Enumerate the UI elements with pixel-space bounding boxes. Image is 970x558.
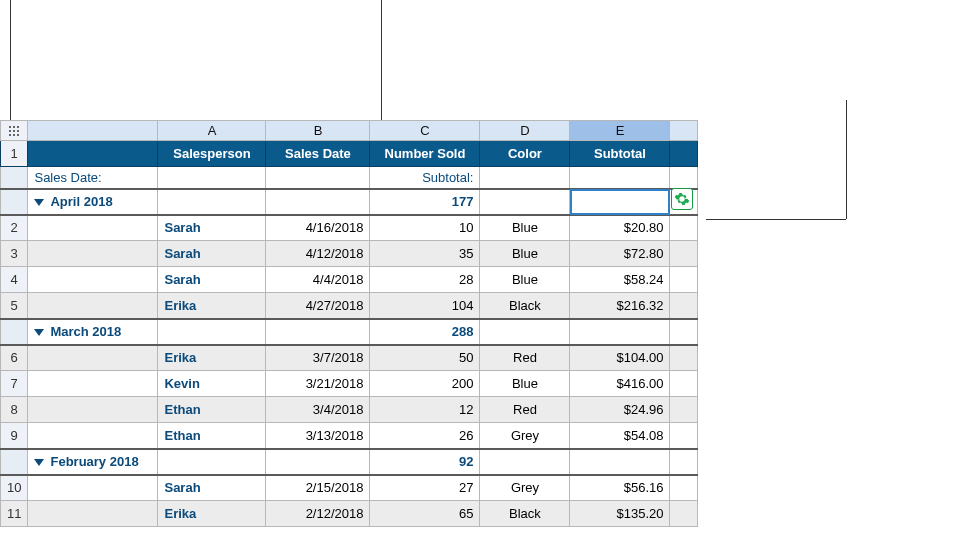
group-cell[interactable]: [266, 319, 370, 345]
cell-subtotal[interactable]: $24.96: [570, 397, 670, 423]
cell-date[interactable]: 4/12/2018: [266, 241, 370, 267]
cell-color[interactable]: Blue: [480, 371, 570, 397]
group-toggle-march-2018[interactable]: March 2018: [28, 319, 158, 345]
summary-action-button[interactable]: [671, 188, 693, 210]
summary-cell[interactable]: [158, 167, 266, 189]
group-cell[interactable]: [480, 189, 570, 215]
cell-color[interactable]: Black: [480, 501, 570, 527]
header-salesdate[interactable]: Sales Date: [266, 141, 370, 167]
row-number[interactable]: 1: [1, 141, 28, 167]
cell-number-sold[interactable]: 12: [370, 397, 480, 423]
select-all-corner[interactable]: [1, 121, 28, 141]
cell-blank[interactable]: [28, 397, 158, 423]
column-header-b[interactable]: B: [266, 121, 370, 141]
cell-subtotal[interactable]: $104.00: [570, 345, 670, 371]
row-number[interactable]: 2: [1, 215, 28, 241]
column-header-a[interactable]: A: [158, 121, 266, 141]
cell-subtotal[interactable]: $416.00: [570, 371, 670, 397]
column-header-blank[interactable]: [28, 121, 158, 141]
row-number-blank[interactable]: [1, 449, 28, 475]
row-number[interactable]: 4: [1, 267, 28, 293]
cell-salesperson[interactable]: Ethan: [158, 423, 266, 449]
cell-number-sold[interactable]: 28: [370, 267, 480, 293]
cell-blank[interactable]: [28, 267, 158, 293]
row-number[interactable]: 6: [1, 345, 28, 371]
row-number-blank[interactable]: [1, 319, 28, 345]
group-toggle-april-2018[interactable]: April 2018: [28, 189, 158, 215]
row-number[interactable]: 10: [1, 475, 28, 501]
group-subtotal-cell-selected[interactable]: [570, 189, 670, 215]
cell-color[interactable]: Red: [480, 397, 570, 423]
group-toggle-february-2018[interactable]: February 2018: [28, 449, 158, 475]
cell-color[interactable]: Grey: [480, 475, 570, 501]
summary-subtotal-label[interactable]: Subtotal:: [370, 167, 480, 189]
cell-color[interactable]: Blue: [480, 267, 570, 293]
cell-subtotal[interactable]: $20.80: [570, 215, 670, 241]
cell-number-sold[interactable]: 65: [370, 501, 480, 527]
cell-subtotal[interactable]: $216.32: [570, 293, 670, 319]
group-cell[interactable]: [158, 319, 266, 345]
group-cell[interactable]: [158, 189, 266, 215]
group-number-sold[interactable]: 92: [370, 449, 480, 475]
cell-number-sold[interactable]: 10: [370, 215, 480, 241]
cell-subtotal[interactable]: $58.24: [570, 267, 670, 293]
summary-cell[interactable]: [480, 167, 570, 189]
header-blank[interactable]: [28, 141, 158, 167]
group-cell[interactable]: [480, 319, 570, 345]
cell-number-sold[interactable]: 50: [370, 345, 480, 371]
cell-number-sold[interactable]: 26: [370, 423, 480, 449]
header-subtotal[interactable]: Subtotal: [570, 141, 670, 167]
cell-date[interactable]: 3/21/2018: [266, 371, 370, 397]
summary-salesdate-label[interactable]: Sales Date:: [28, 167, 158, 189]
cell-salesperson[interactable]: Kevin: [158, 371, 266, 397]
cell-date[interactable]: 4/16/2018: [266, 215, 370, 241]
cell-salesperson[interactable]: Ethan: [158, 397, 266, 423]
cell-salesperson[interactable]: Sarah: [158, 475, 266, 501]
cell-blank[interactable]: [28, 423, 158, 449]
cell-number-sold[interactable]: 35: [370, 241, 480, 267]
header-color[interactable]: Color: [480, 141, 570, 167]
group-number-sold[interactable]: 177: [370, 189, 480, 215]
group-subtotal-cell[interactable]: [570, 449, 670, 475]
group-cell[interactable]: [480, 449, 570, 475]
summary-cell[interactable]: [570, 167, 670, 189]
cell-date[interactable]: 3/13/2018: [266, 423, 370, 449]
cell-date[interactable]: 2/12/2018: [266, 501, 370, 527]
cell-subtotal[interactable]: $54.08: [570, 423, 670, 449]
cell-blank[interactable]: [28, 345, 158, 371]
cell-date[interactable]: 3/7/2018: [266, 345, 370, 371]
cell-date[interactable]: 4/27/2018: [266, 293, 370, 319]
row-number-blank[interactable]: [1, 189, 28, 215]
cell-subtotal[interactable]: $72.80: [570, 241, 670, 267]
cell-color[interactable]: Black: [480, 293, 570, 319]
cell-salesperson[interactable]: Erika: [158, 345, 266, 371]
column-header-d[interactable]: D: [480, 121, 570, 141]
row-number[interactable]: 11: [1, 501, 28, 527]
cell-color[interactable]: Blue: [480, 241, 570, 267]
cell-color[interactable]: Red: [480, 345, 570, 371]
cell-salesperson[interactable]: Sarah: [158, 267, 266, 293]
cell-salesperson[interactable]: Sarah: [158, 241, 266, 267]
cell-salesperson[interactable]: Erika: [158, 293, 266, 319]
cell-color[interactable]: Grey: [480, 423, 570, 449]
row-number-blank[interactable]: [1, 167, 28, 189]
group-cell[interactable]: [266, 449, 370, 475]
group-cell[interactable]: [158, 449, 266, 475]
cell-subtotal[interactable]: $56.16: [570, 475, 670, 501]
row-number[interactable]: 8: [1, 397, 28, 423]
cell-number-sold[interactable]: 200: [370, 371, 480, 397]
cell-subtotal[interactable]: $135.20: [570, 501, 670, 527]
column-header-e[interactable]: E: [570, 121, 670, 141]
row-number[interactable]: 3: [1, 241, 28, 267]
row-number[interactable]: 5: [1, 293, 28, 319]
cell-blank[interactable]: [28, 215, 158, 241]
summary-cell[interactable]: [266, 167, 370, 189]
group-subtotal-cell[interactable]: [570, 319, 670, 345]
column-header-c[interactable]: C: [370, 121, 480, 141]
cell-date[interactable]: 4/4/2018: [266, 267, 370, 293]
cell-date[interactable]: 3/4/2018: [266, 397, 370, 423]
header-numbersold[interactable]: Number Sold: [370, 141, 480, 167]
cell-number-sold[interactable]: 104: [370, 293, 480, 319]
cell-date[interactable]: 2/15/2018: [266, 475, 370, 501]
cell-blank[interactable]: [28, 293, 158, 319]
